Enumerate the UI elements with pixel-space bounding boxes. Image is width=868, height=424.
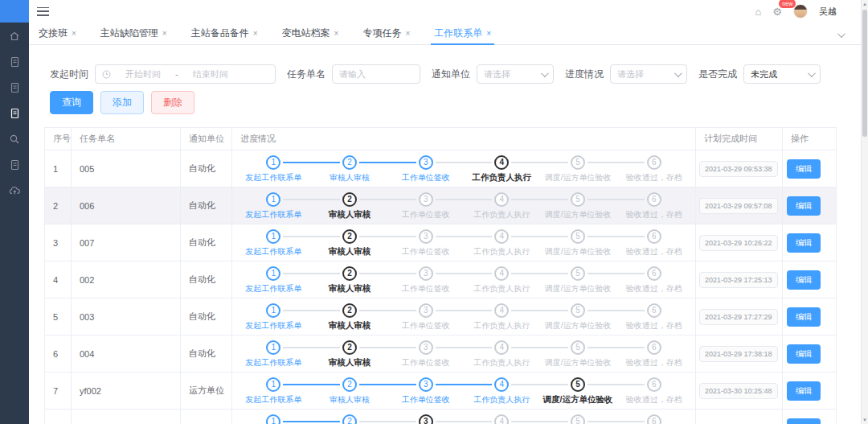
progress-select[interactable]: 请选择	[610, 64, 687, 84]
step-circle: 5	[571, 266, 585, 281]
step-circle: 4	[494, 303, 509, 318]
step-label: 发起工作联系单	[245, 320, 301, 331]
tab-zhuanxiangrenwu[interactable]: 专项任务 ×	[359, 23, 413, 44]
settings-button[interactable]: ⚙ new	[772, 4, 782, 19]
tab-gongzuolianxidan[interactable]: 工作联系单 ×	[431, 23, 494, 44]
notify-unit-select[interactable]: 请选择	[477, 64, 554, 84]
cell-task-name: 002	[72, 261, 181, 298]
edit-button[interactable]: 编辑	[787, 233, 821, 253]
document-icon[interactable]	[9, 56, 21, 68]
add-button[interactable]: 添加	[100, 91, 144, 114]
table-row[interactable]: 3007自动化1发起工作联系单2审核人审核3工作单位签收4工作负责人执行5调度/…	[45, 224, 837, 261]
step-1: 1发起工作联系单	[235, 303, 312, 331]
step-label: 审核人审核	[329, 320, 371, 331]
edit-button[interactable]: 编辑	[787, 159, 821, 179]
cell-progress: 1发起工作联系单2审核人审核3工作单位签收4工作负责人执行5调度/运方单位验收6…	[232, 298, 696, 335]
query-button[interactable]: 查询	[50, 91, 93, 114]
cell-notify-unit: 自动化	[181, 335, 232, 373]
cell-progress: 1发起工作联系单2审核人审核3工作单位签收4工作负责人执行5调度/运方单位验收6…	[232, 261, 696, 298]
chevron-down-icon[interactable]	[837, 27, 846, 41]
cell-planned-time: 2021-03-29 17:27:29	[696, 298, 783, 335]
home-icon[interactable]	[9, 30, 21, 42]
edit-button[interactable]: 编辑	[787, 381, 821, 401]
close-icon[interactable]: ×	[486, 29, 491, 38]
step-label: 工作单位签收	[402, 394, 450, 405]
delete-button[interactable]: 删除	[151, 91, 194, 114]
table-row[interactable]: 2006自动化1发起工作联系单2审核人审核3工作单位签收4工作负责人执行5调度/…	[45, 187, 837, 224]
page-scrollbar-thumb[interactable]	[862, 10, 867, 137]
edit-button[interactable]: 编辑	[787, 418, 821, 424]
avatar[interactable]	[793, 4, 808, 19]
cell-notify-unit: 自动化	[181, 224, 232, 261]
task-name-input[interactable]	[333, 69, 420, 79]
column-header-name: 任务单名	[72, 128, 181, 150]
close-icon[interactable]: ×	[253, 29, 258, 38]
step-circle: 3	[419, 155, 433, 170]
edit-button[interactable]: 编辑	[787, 270, 821, 290]
step-4: 4工作负责人执行	[464, 414, 540, 424]
close-icon[interactable]: ×	[72, 29, 76, 38]
cell-seq: 6	[45, 335, 72, 373]
step-label: 发起工作联系单	[245, 172, 301, 183]
close-icon[interactable]: ×	[334, 29, 339, 38]
chevron-down-icon	[541, 69, 549, 77]
edit-button[interactable]: 编辑	[787, 307, 821, 327]
step-circle: 2	[342, 340, 357, 355]
completed-select[interactable]: 未完成	[743, 64, 821, 84]
cell-seq: 5	[45, 298, 72, 335]
action-buttons: 查询 添加 删除	[50, 91, 194, 114]
cell-seq	[45, 410, 72, 424]
step-6: 6验收通过，存档	[616, 414, 692, 424]
edit-button[interactable]: 编辑	[787, 196, 821, 216]
table-row[interactable]: 6004自动化1发起工作联系单2审核人审核3工作单位签收4工作负责人执行5调度/…	[45, 335, 837, 373]
document-icon[interactable]	[9, 107, 21, 119]
cloud-upload-icon[interactable]	[9, 184, 21, 196]
step-circle: 3	[419, 377, 433, 392]
scroll-down-icon[interactable]: ▼	[862, 418, 868, 422]
hamburger-menu-icon[interactable]	[37, 7, 49, 16]
step-circle: 2	[342, 414, 357, 424]
cell-notify-unit: 自动化	[181, 150, 232, 187]
column-header-op: 操作	[783, 128, 837, 150]
start-time-input[interactable]	[114, 69, 172, 79]
table-row[interactable]: 5003自动化1发起工作联系单2审核人审核3工作单位签收4工作负责人执行5调度/…	[45, 298, 837, 335]
tab-zhuzhanbeipinbeijian[interactable]: 主站备品备件 ×	[188, 23, 261, 44]
cell-task-name: 004	[72, 335, 181, 373]
edit-button[interactable]: 编辑	[787, 344, 821, 364]
cell-task-name: 006	[72, 187, 181, 224]
scroll-up-icon[interactable]: ▲	[862, 2, 868, 6]
date-range-picker[interactable]: -	[95, 64, 276, 84]
tab-biandianzhandangan[interactable]: 变电站档案 ×	[279, 23, 342, 44]
step-circle: 4	[494, 155, 509, 170]
home-icon[interactable]: ⌂	[755, 6, 761, 17]
close-icon[interactable]: ×	[162, 29, 167, 38]
step-6: 6验收通过，存档	[616, 191, 692, 220]
step-label: 验收通过，存档	[626, 357, 682, 368]
filter-label-done: 是否完成	[698, 68, 737, 81]
topbar: ⌂ ⚙ new 吴越	[29, 0, 861, 23]
step-3: 3工作单位签收	[387, 154, 464, 183]
table-row[interactable]: 4002自动化1发起工作联系单2审核人审核3工作单位签收4工作负责人执行5调度/…	[45, 261, 837, 298]
tab-jiaojieban[interactable]: 交接班 ×	[35, 23, 80, 44]
step-2: 2审核人审核	[312, 154, 388, 183]
user-name[interactable]: 吴越	[819, 6, 837, 18]
end-time-input[interactable]	[182, 69, 240, 79]
page-scrollbar: ▲ ▼	[861, 0, 868, 424]
cell-seq: 2	[45, 187, 72, 224]
close-icon[interactable]: ×	[405, 29, 410, 38]
document-icon[interactable]	[9, 81, 21, 93]
tab-zhuzhanquexianguanli[interactable]: 主站缺陷管理 ×	[97, 23, 170, 44]
step-3: 3工作单位签收	[387, 414, 464, 424]
cell-planned-time: 2021-03-29 10:26:22	[696, 224, 783, 261]
table-row[interactable]: 1发起工作联系单2审核人审核3工作单位签收4工作负责人执行5调度/运方单位验收6…	[45, 410, 837, 424]
step-5: 5调度/运方单位验收	[540, 154, 616, 183]
table-row[interactable]: 1005自动化1发起工作联系单2审核人审核3工作单位签收4工作负责人执行5调度/…	[45, 150, 837, 187]
step-circle: 2	[342, 229, 357, 244]
cell-planned-time: 2021-03-29 09:53:38	[696, 150, 783, 187]
table-body: 1005自动化1发起工作联系单2审核人审核3工作单位签收4工作负责人执行5调度/…	[45, 150, 837, 424]
step-circle: 4	[494, 340, 509, 355]
step-circle: 1	[266, 377, 280, 392]
table-row[interactable]: 7yf002运方单位1发起工作联系单2审核人审核3工作单位签收4工作负责人执行5…	[45, 373, 837, 410]
document-icon[interactable]	[9, 158, 21, 171]
search-icon[interactable]	[9, 133, 21, 145]
